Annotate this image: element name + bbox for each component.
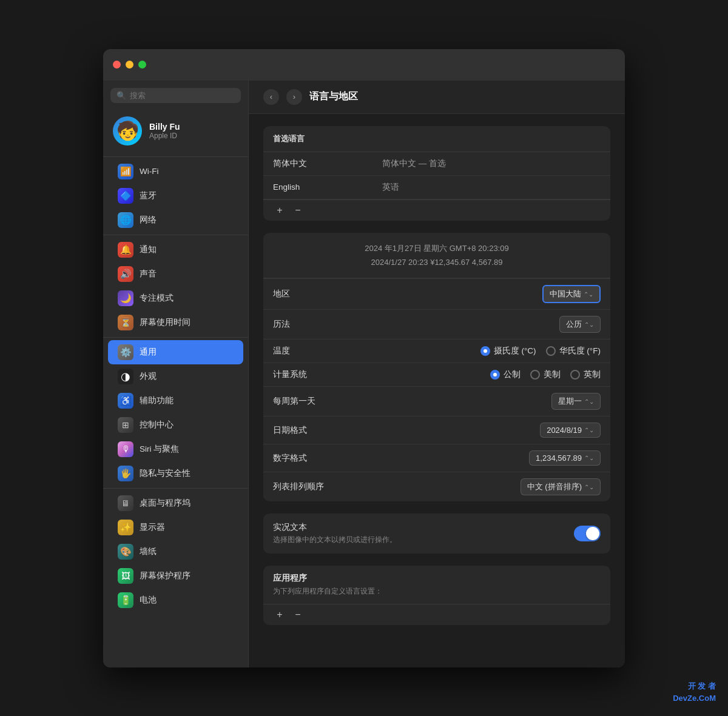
sidebar-item-focus[interactable]: 🌙 专注模式: [108, 286, 243, 310]
lang-desc-english: 英语: [382, 182, 601, 193]
apps-header: 应用程序: [273, 573, 601, 584]
sidebar-item-notifications[interactable]: 🔔 通知: [108, 238, 243, 262]
privacy-icon: 🖐: [118, 466, 133, 481]
minimize-button[interactable]: [126, 61, 133, 69]
first-day-label: 每周第一天: [273, 396, 551, 407]
add-app-button[interactable]: +: [273, 608, 286, 621]
sidebar-item-desktop[interactable]: 🖥 桌面与程序坞: [108, 491, 243, 515]
sidebar-label-display: 显示器: [140, 522, 165, 533]
preferred-language-header: 首选语言: [263, 126, 610, 152]
remove-app-button[interactable]: −: [291, 608, 305, 621]
divider-1: [103, 235, 248, 235]
sidebar-item-siri[interactable]: 🎙 Siri 与聚焦: [108, 437, 243, 461]
metric-label: 公制: [504, 369, 521, 380]
apps-section: 应用程序 为下列应用程序自定义语言设置： + −: [263, 566, 610, 625]
metric-radio[interactable]: [490, 370, 500, 380]
sidebar-item-battery[interactable]: 🔋 电池: [108, 588, 243, 612]
calendar-select[interactable]: 公历 ⌃⌄: [559, 316, 601, 333]
sound-icon: 🔊: [118, 266, 133, 282]
sidebar-label-notifications: 通知: [140, 244, 157, 255]
us-option[interactable]: 美制: [530, 369, 561, 380]
temperature-fahrenheit-option[interactable]: 华氏度 (°F): [546, 346, 601, 356]
first-day-select[interactable]: 星期一 ⌃⌄: [551, 393, 601, 410]
sidebar-label-screensaver: 屏幕保护程序: [140, 570, 190, 581]
search-icon: 🔍: [116, 91, 126, 100]
controlcenter-icon: ⊞: [118, 417, 133, 433]
search-input[interactable]: [130, 91, 235, 100]
date-format-value: 2024/8/19: [547, 426, 582, 435]
first-day-chevron-icon: ⌃⌄: [584, 398, 594, 405]
uk-label: 英制: [584, 369, 601, 380]
sidebar-item-general[interactable]: ⚙️ 通用: [108, 340, 243, 364]
forward-icon: ›: [293, 92, 295, 101]
sidebar-item-network[interactable]: 🌐 网络: [108, 208, 243, 232]
user-profile[interactable]: 🧒 Billy Fu Apple ID: [103, 110, 248, 152]
remove-language-button[interactable]: −: [291, 204, 305, 217]
sidebar-label-appearance: 外观: [140, 371, 157, 382]
region-select[interactable]: 中国大陆 ⌃⌄: [542, 285, 601, 303]
sidebar-item-wifi[interactable]: 📶 Wi-Fi: [108, 159, 243, 184]
battery-icon: 🔋: [118, 592, 133, 608]
toggle-knob: [586, 527, 599, 540]
sidebar-item-display[interactable]: ✨ 显示器: [108, 515, 243, 540]
measurement-radio-group: 公制 美制 英制: [490, 369, 601, 380]
watermark-line2: DevZe.CoM: [673, 692, 716, 704]
celsius-radio[interactable]: [480, 346, 490, 356]
region-chevron-icon: ⌃⌄: [584, 291, 593, 298]
sidebar-label-desktop: 桌面与程序坞: [140, 498, 190, 509]
region-label: 地区: [273, 289, 542, 299]
main-panel: ‹ › 语言与地区 首选语言 简体中文 简体中文 — 首选 Engli: [249, 81, 625, 667]
sidebar-item-appearance[interactable]: ◑ 外观: [108, 364, 243, 389]
sidebar-item-screentime[interactable]: ⏳ 屏幕使用时间: [108, 310, 243, 335]
wifi-icon: 📶: [118, 164, 133, 179]
number-format-select[interactable]: 1,234,567.89 ⌃⌄: [529, 450, 601, 466]
date-format-row: 日期格式 2024/8/19 ⌃⌄: [263, 416, 610, 444]
list-sort-chevron-icon: ⌃⌄: [584, 484, 594, 490]
number-format-value: 1,234,567.89: [536, 453, 582, 463]
focus-icon: 🌙: [118, 290, 133, 306]
fahrenheit-radio[interactable]: [546, 346, 556, 356]
sidebar-item-bluetooth[interactable]: 🔷 蓝牙: [108, 184, 243, 208]
forward-button[interactable]: ›: [286, 89, 302, 105]
live-text-toggle[interactable]: [574, 526, 601, 541]
list-sort-select[interactable]: 中文 (拼音排序) ⌃⌄: [521, 478, 601, 495]
notifications-icon: 🔔: [118, 242, 133, 258]
sidebar-item-screensaver[interactable]: 🖼 屏幕保护程序: [108, 564, 243, 588]
sidebar-item-sound[interactable]: 🔊 声音: [108, 262, 243, 286]
desktop-icon: 🖥: [118, 495, 133, 511]
search-bar[interactable]: 🔍: [110, 88, 241, 103]
language-row-english[interactable]: English 英语: [263, 176, 610, 199]
metric-option[interactable]: 公制: [490, 369, 521, 380]
us-label: 美制: [544, 369, 561, 380]
back-button[interactable]: ‹: [263, 89, 279, 105]
lang-name-chinese: 简体中文: [273, 158, 382, 169]
sidebar: 🔍 🧒 Billy Fu Apple ID 📶 Wi-Fi 🔷: [103, 81, 249, 667]
live-text-row: 实况文本 选择图像中的文本以拷贝或进行操作。: [263, 514, 610, 554]
bluetooth-icon: 🔷: [118, 188, 133, 204]
sidebar-label-wallpaper: 墙纸: [140, 546, 157, 557]
language-add-remove-bar: + −: [263, 199, 610, 221]
language-row-chinese[interactable]: 简体中文 简体中文 — 首选: [263, 152, 610, 176]
sidebar-item-accessibility[interactable]: ♿ 辅助功能: [108, 389, 243, 413]
sidebar-label-sound: 声音: [140, 269, 157, 279]
apps-add-remove-bar: + −: [263, 604, 610, 625]
sidebar-label-accessibility: 辅助功能: [140, 395, 174, 406]
sidebar-item-privacy[interactable]: 🖐 隐私与安全性: [108, 461, 243, 486]
add-language-button[interactable]: +: [273, 204, 286, 217]
preview-text: 2024 年1月27日 星期六 GMT+8 20:23:09 2024/1/27…: [365, 241, 508, 270]
fullscreen-button[interactable]: [138, 61, 146, 69]
date-format-select[interactable]: 2024/8/19 ⌃⌄: [540, 423, 601, 438]
number-format-row: 数字格式 1,234,567.89 ⌃⌄: [263, 444, 610, 472]
sidebar-label-controlcenter: 控制中心: [140, 420, 174, 430]
sidebar-item-controlcenter[interactable]: ⊞ 控制中心: [108, 413, 243, 437]
close-button[interactable]: [113, 61, 121, 69]
accessibility-icon: ♿: [118, 393, 133, 409]
uk-radio[interactable]: [570, 370, 580, 380]
apps-header-area: 应用程序 为下列应用程序自定义语言设置：: [263, 566, 610, 604]
sidebar-item-wallpaper[interactable]: 🎨 墙纸: [108, 540, 243, 564]
us-radio[interactable]: [530, 370, 540, 380]
measurement-label: 计量系统: [273, 369, 490, 380]
apple-id-label: Apple ID: [149, 132, 180, 140]
uk-option[interactable]: 英制: [570, 369, 601, 380]
temperature-celsius-option[interactable]: 摄氏度 (°C): [480, 346, 536, 356]
